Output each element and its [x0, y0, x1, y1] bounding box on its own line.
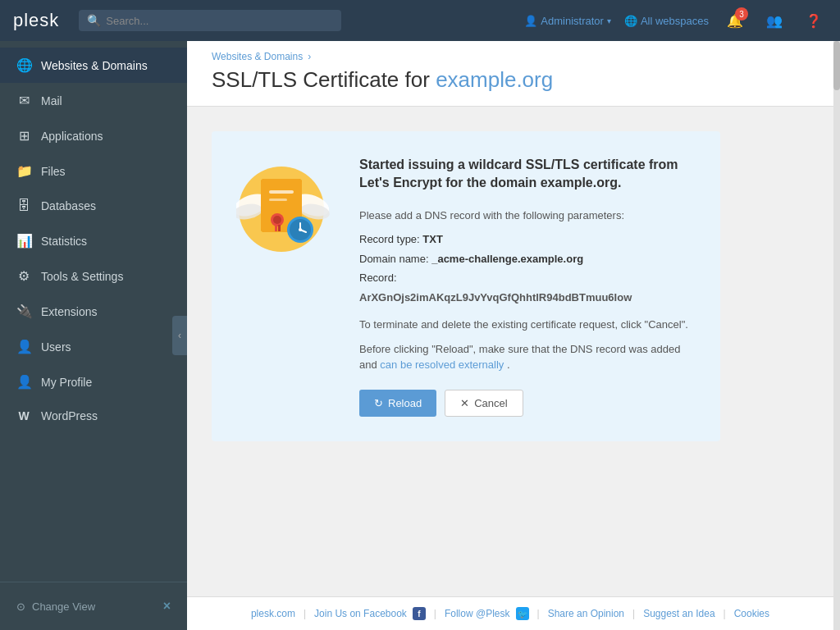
close-icon[interactable]: ×: [163, 599, 171, 614]
chevron-down-icon: ▾: [607, 16, 611, 25]
websites-domains-icon: 🌐: [16, 57, 31, 73]
reload-icon: ↻: [374, 397, 383, 409]
group-icon: 👥: [766, 13, 783, 29]
user-icon: 👤: [524, 15, 537, 27]
sidebar-bottom: ⊙ Change View ×: [0, 582, 187, 630]
sidebar-item-label: Tools & Settings: [41, 270, 123, 283]
change-view-item[interactable]: ⊙ Change View ×: [0, 591, 187, 622]
footer-sep-3: |: [537, 608, 540, 619]
resolve-externally-link[interactable]: can be resolved externally: [380, 358, 504, 371]
cancel-icon: ✕: [460, 397, 469, 409]
sidebar-collapse-button[interactable]: ‹: [172, 316, 187, 355]
sidebar-item-my-profile[interactable]: 👤 My Profile: [0, 364, 187, 399]
mail-icon: ✉: [16, 93, 31, 108]
domain-name-label: Domain name:: [359, 253, 429, 265]
users-icon: 👤: [16, 339, 31, 354]
sidebar-item-databases[interactable]: 🗄 Databases: [0, 189, 187, 223]
page-title: SSL/TLS Certificate for example.org: [212, 67, 809, 106]
sidebar-item-users[interactable]: 👤 Users: [0, 329, 187, 364]
main-content: Websites & Domains › SSL/TLS Certificate…: [187, 41, 833, 630]
svg-rect-8: [269, 199, 287, 201]
question-icon: ❓: [806, 13, 822, 29]
footer-sep-1: |: [304, 608, 306, 619]
change-view-icon: ⊙: [16, 600, 25, 613]
cert-actions: ↻ Reload ✕ Cancel: [359, 390, 696, 417]
cert-info: Started issuing a wildcard SSL/TLS certi…: [359, 156, 696, 417]
suggest-idea-link[interactable]: Suggest an Idea: [643, 608, 714, 619]
breadcrumb-separator: ›: [308, 51, 311, 62]
change-view-label: Change View: [32, 600, 95, 613]
footer-sep-4: |: [632, 608, 635, 619]
webspaces-selector[interactable]: 🌐 All webspaces: [624, 15, 709, 27]
share-opinion-link[interactable]: Share an Opinion: [548, 608, 624, 619]
dns-intro: Please add a DNS record with the followi…: [359, 208, 696, 224]
breadcrumb: Websites & Domains ›: [212, 41, 809, 67]
notifications-badge: 3: [735, 7, 748, 21]
sidebar-item-label: Statistics: [41, 235, 87, 248]
sidebar-item-tools-settings[interactable]: ⚙ Tools & Settings: [0, 258, 187, 294]
admin-user[interactable]: 👤 Administrator ▾: [524, 15, 611, 27]
sidebar-item-websites-domains[interactable]: 🌐 Websites & Domains: [0, 48, 187, 83]
svg-point-10: [273, 216, 281, 224]
sidebar-item-label: Applications: [41, 130, 103, 143]
notifications-button[interactable]: 🔔 3: [722, 7, 748, 34]
extensions-icon: 🔌: [16, 304, 31, 319]
app-logo: plesk: [13, 10, 59, 31]
topbar: plesk 🔍 👤 Administrator ▾ 🌐 All webspace…: [0, 0, 840, 41]
domain-name-row: Domain name: _acme-challenge.example.org: [359, 251, 696, 267]
cancel-button[interactable]: ✕ Cancel: [445, 390, 523, 417]
sidebar-item-label: WordPress: [41, 409, 98, 422]
sidebar-item-label: Files: [41, 165, 66, 178]
sidebar-item-mail[interactable]: ✉ Mail: [0, 83, 187, 118]
statistics-icon: 📊: [16, 233, 31, 249]
scrollbar[interactable]: [833, 41, 840, 630]
footer: plesk.com | Join Us on Facebook f | Foll…: [187, 596, 833, 630]
reload-note: Before clicking "Reload", make sure that…: [359, 341, 696, 373]
sidebar-item-label: Mail: [41, 94, 62, 107]
record-type-row: Record type: TXT: [359, 231, 696, 248]
page-title-static: SSL/TLS Certificate for: [212, 67, 430, 92]
reload-button[interactable]: ↻ Reload: [359, 390, 436, 417]
breadcrumb-parent-link[interactable]: Websites & Domains: [212, 51, 303, 62]
wordpress-icon: W: [16, 409, 31, 422]
topbar-right: 👤 Administrator ▾ 🌐 All webspaces 🔔 3 👥 …: [524, 7, 827, 34]
join-facebook-link[interactable]: Join Us on Facebook f: [314, 607, 426, 620]
follow-plesk-link[interactable]: Follow @Plesk 🐦: [445, 607, 529, 620]
sidebar-item-files[interactable]: 📁 Files: [0, 153, 187, 189]
facebook-icon: f: [413, 607, 426, 620]
search-icon: 🔍: [87, 14, 101, 27]
plesk-link[interactable]: plesk.com: [251, 608, 295, 619]
scrollbar-thumb[interactable]: [833, 41, 840, 90]
sidebar-item-applications[interactable]: ⊞ Applications: [0, 118, 187, 153]
cert-heading: Started issuing a wildcard SSL/TLS certi…: [359, 156, 696, 193]
search-input[interactable]: [106, 15, 333, 27]
svg-rect-12: [278, 225, 281, 231]
sidebar-item-statistics[interactable]: 📊 Statistics: [0, 223, 187, 258]
footer-sep-5: |: [724, 608, 726, 619]
cert-illustration: [236, 156, 335, 262]
help-button[interactable]: ❓: [801, 7, 827, 34]
search-box: 🔍: [79, 10, 341, 31]
domain-link[interactable]: example.org: [436, 67, 553, 92]
sidebar-item-extensions[interactable]: 🔌 Extensions: [0, 294, 187, 329]
domain-name-value: _acme-challenge.example.org: [431, 253, 583, 265]
svg-rect-11: [275, 225, 277, 231]
footer-sep-2: |: [434, 608, 436, 619]
twitter-icon: 🐦: [516, 607, 529, 620]
record-label: Record:: [359, 272, 397, 284]
svg-rect-7: [269, 190, 294, 194]
globe-icon: 🌐: [624, 15, 637, 27]
cert-card: Started issuing a wildcard SSL/TLS certi…: [212, 131, 720, 441]
sidebar-item-label: Extensions: [41, 305, 97, 318]
databases-icon: 🗄: [16, 199, 31, 213]
users-icon-button[interactable]: 👥: [761, 7, 788, 34]
cookies-link[interactable]: Cookies: [734, 608, 769, 619]
content-area: Started issuing a wildcard SSL/TLS certi…: [187, 107, 833, 596]
main-header: Websites & Domains › SSL/TLS Certificate…: [187, 41, 833, 107]
reload-note-after: .: [507, 358, 510, 371]
my-profile-icon: 👤: [16, 374, 31, 390]
record-type-label: Record type:: [359, 233, 420, 245]
sidebar-item-wordpress[interactable]: W WordPress: [0, 399, 187, 432]
applications-icon: ⊞: [16, 128, 31, 144]
record-row: Record:: [359, 270, 696, 286]
